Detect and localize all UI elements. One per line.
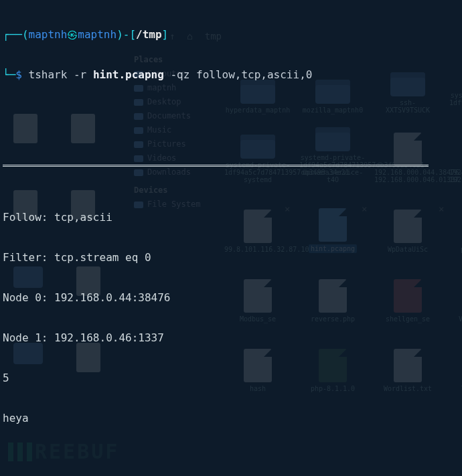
prompt-line-2: └─$ tshark -r hint.pcapng -qz follow,tcp… [3, 68, 459, 82]
prompt-open: ┌──( [3, 28, 29, 41]
blank-line [3, 122, 459, 135]
terminal[interactable]: ┌──(maptnh㉿maptnh)-[/tmp] └─$ tshark -r … [0, 0, 462, 476]
cmd-filename: hint.pcapng [93, 68, 164, 81]
out-filter: Filter: tcp.stream eq 0 [3, 251, 459, 264]
out-msg: heya [3, 412, 459, 425]
prompt-host: maptnh [78, 28, 117, 41]
out-node0: Node 0: 192.168.0.44:38476 [3, 291, 459, 305]
prompt-user: maptnh [29, 28, 68, 41]
cmd-part-3: -qz follow,tcp,ascii,0 [164, 68, 313, 81]
prompt-sigil: $ [15, 68, 22, 81]
divider-top [3, 165, 429, 167]
prompt-cwd: /tmp [136, 28, 162, 41]
prompt-line-1: ┌──(maptnh㉿maptnh)-[/tmp] [3, 28, 459, 42]
out-follow: Follow: tcp,ascii [3, 211, 459, 224]
out-node1: Node 1: 192.168.0.46:1337 [3, 331, 459, 345]
out-len: 5 [3, 372, 459, 385]
prompt-close: ] [162, 28, 169, 41]
prompt-l2-prefix: └─ [3, 68, 15, 81]
prompt-mid: )-[ [117, 28, 136, 41]
cmd-part-1: tshark -r [22, 68, 93, 81]
skull-icon: ㉿ [67, 28, 78, 41]
